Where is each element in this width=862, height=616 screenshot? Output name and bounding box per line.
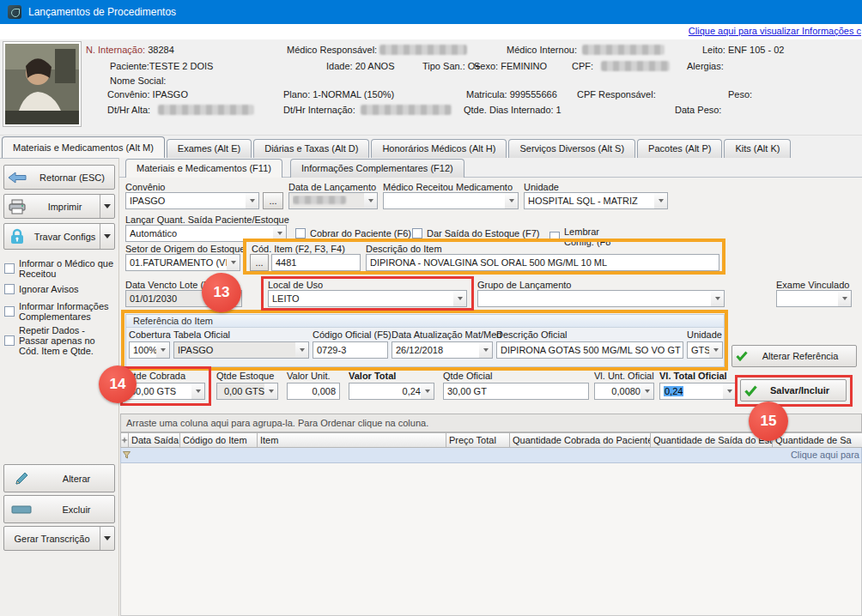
column-header-codigo-item[interactable]: Código do Item <box>180 432 258 448</box>
checkbox-repetir-dados[interactable]: Repetir Dados - Passar apenas no Cód. It… <box>4 325 114 356</box>
convenio-browse-button[interactable]: ... <box>263 192 283 209</box>
column-header-qtd-cobrada-paciente[interactable]: Quantidade Cobrada do Paciente <box>510 432 651 448</box>
qtde-dias-value: Qtde. Dias Internado: 1 <box>464 105 562 115</box>
tab-informacoes-f12[interactable]: Informações Complementares (F12) <box>290 159 464 178</box>
checkbox-icon <box>4 263 15 274</box>
checkbox-cobrar-paciente[interactable]: Cobrar do Paciente (F6) <box>295 228 411 239</box>
tab-servicos-diversos[interactable]: Serviços Diversos (Alt S) <box>508 139 635 158</box>
data-peso-label: Data Peso: <box>675 105 721 115</box>
alterar-referencia-button[interactable]: Alterar Referência <box>731 345 857 367</box>
chevron-down-icon <box>838 291 851 306</box>
qtde-estoque-label: Qtde Estoque <box>216 371 274 381</box>
imprimir-dropdown[interactable] <box>100 195 114 218</box>
valor-total-select[interactable]: 0,24 <box>349 383 434 400</box>
data-atualizacao-select[interactable]: 26/12/2018 <box>392 341 493 359</box>
excluir-button[interactable]: Excluir <box>3 495 115 523</box>
unidade-oficial-label: Unidade <box>687 329 722 340</box>
tab-exames[interactable]: Exames (Alt E) <box>167 139 252 158</box>
imprimir-button[interactable]: Imprimir <box>3 194 115 219</box>
printer-icon <box>4 199 30 214</box>
chevron-down-icon <box>104 536 111 541</box>
grid-header-row: Data Saída Código do Item Item Preço Tot… <box>120 432 862 448</box>
cod-item-input[interactable]: 4481 <box>271 254 361 271</box>
nome-social-label: Nome Social: <box>110 75 166 86</box>
data-vencto-lote-input[interactable]: 01/01/2030 <box>125 290 242 307</box>
alterar-label: Alterar <box>39 474 114 484</box>
tabela-oficial-select[interactable]: IPASGO <box>173 341 309 359</box>
travar-configs-button[interactable]: Travar Configs <box>3 223 115 250</box>
qtde-oficial-input[interactable]: 30,00 GT <box>443 383 589 400</box>
checkbox-ignorar-avisos[interactable]: Ignorar Avisos <box>4 284 116 294</box>
exame-vinculado-select[interactable] <box>776 290 852 307</box>
checkbox-lembrar-config[interactable]: Lembrar Config. (F8 <box>549 226 616 247</box>
tab-pacotes[interactable]: Pacotes (Alt P) <box>637 139 722 158</box>
convenio-select[interactable]: IPASGO <box>125 192 259 209</box>
column-header-data-saida[interactable]: Data Saída <box>129 432 180 448</box>
tab-materiais-medicamentos[interactable]: Materiais e Medicamentos (Alt M) <box>2 136 165 158</box>
check-icon <box>744 385 757 396</box>
grid-empty-area[interactable] <box>120 463 862 616</box>
cpf-responsavel-label: CPF Responsável: <box>577 89 656 100</box>
tab-kits[interactable]: Kits (Alt K) <box>724 139 791 158</box>
cod-item-label: Cód. Item (F2, F3, F4) <box>252 244 345 254</box>
internacao-number: N. Internação: 38284 <box>86 45 174 55</box>
checkbox-label: Informar o Médico que Receitou <box>19 258 116 279</box>
lancar-quant-select[interactable]: Automático <box>125 225 287 242</box>
qtde-cobrada-select[interactable]: 30,00 GTS <box>126 383 205 400</box>
column-header-preco-total[interactable]: Preço Total <box>446 432 510 448</box>
codigo-oficial-input[interactable]: 0729-3 <box>313 341 388 359</box>
back-arrow-icon <box>4 172 30 184</box>
cod-item-browse-button[interactable]: ... <box>250 254 269 271</box>
unidade-select[interactable]: HOSPITAL SQL - MATRIZ <box>524 192 668 209</box>
chevron-down-icon <box>227 255 240 270</box>
data-lancamento-select[interactable] <box>288 192 378 209</box>
travar-configs-dropdown[interactable] <box>100 224 114 249</box>
grupo-lancamento-select[interactable] <box>477 290 725 307</box>
tab-honorarios-medicos[interactable]: Honorários Médicos (Alt H) <box>371 139 507 158</box>
column-header-qtd-sa[interactable]: Quantidade de Sa <box>773 432 862 448</box>
visualizar-informacoes-link[interactable]: Clique aqui para visualizar Informações … <box>689 26 861 36</box>
salvar-incluir-button[interactable]: Salvar/Incluir <box>740 379 847 402</box>
medico-receitou-select[interactable] <box>383 192 519 209</box>
exame-vinculado-label: Exame Vinculado <box>776 280 849 290</box>
data-lancamento-label: Data de Lançamento <box>288 182 376 192</box>
retornar-button[interactable]: Retornar (ESC) <box>3 165 115 190</box>
alterar-button[interactable]: Alterar <box>3 464 115 492</box>
data-vencto-lote-label: Data Vencto Lote (F <box>125 280 209 290</box>
chevron-down-icon <box>246 193 258 208</box>
tab-diarias-taxas[interactable]: Diárias e Taxas (Alt D) <box>253 139 369 158</box>
checkbox-dar-saida[interactable]: Dar Saída do Estoque (F7) <box>412 228 539 239</box>
medico-responsavel-label: Médico Responsável: <box>287 45 377 55</box>
vl-total-oficial-select[interactable]: 0,24 <box>659 383 737 400</box>
descricao-item-input[interactable]: DIPIRONA - NOVALGINA SOL ORAL 500 MG/ML … <box>366 254 719 271</box>
column-header-qtd-saida-estoque[interactable]: Quantidade de Saída do Estoque <box>651 432 773 448</box>
local-uso-select[interactable]: LEITO <box>268 290 467 307</box>
vl-unt-oficial-select[interactable]: 0,0080 <box>594 383 654 400</box>
qtde-estoque-select[interactable]: 0,00 GTS <box>216 383 278 400</box>
column-header-item[interactable]: Item <box>258 432 446 448</box>
grid-indicator-header <box>120 432 129 448</box>
descricao-oficial-input[interactable]: DIPIRONA GOTAS 500 MG/ML SO VO GT <box>496 341 683 359</box>
checkbox-informar-medico[interactable]: Informar o Médico que Receitou <box>4 258 116 279</box>
qtde-cobrada-label: Qtde Cobrada <box>126 371 185 381</box>
chevron-down-icon <box>104 204 111 208</box>
unidade-oficial-select[interactable]: GTS <box>687 341 723 359</box>
retornar-label: Retornar (ESC) <box>30 172 114 183</box>
setor-origem-select[interactable]: 01.FATURAMENTO (VIR <box>125 254 240 271</box>
referencia-groupbox: Referência do Item <box>125 314 725 367</box>
lancamentos-window: Lançamentos de Procedimentos Clique aqui… <box>0 0 862 616</box>
cobertura-label: Cobertura <box>129 329 171 340</box>
valor-unit-input[interactable]: 0,008 <box>287 383 340 400</box>
medico-receitou-label: Médico Receitou Medicamento <box>383 182 513 192</box>
chevron-down-icon <box>654 193 667 208</box>
tab-materiais-f11[interactable]: Materiais e Medicamentos (F11) <box>125 159 282 178</box>
grid-filter-row[interactable]: Clique aqui para <box>120 448 862 463</box>
qtde-oficial-label: Qtde Oficial <box>443 371 492 381</box>
checkbox-informar-informacoes[interactable]: Informar Informações Complementares <box>4 301 118 322</box>
cobertura-select[interactable]: 100% <box>129 341 170 359</box>
gerar-transcricao-button[interactable]: Gerar Transcrição <box>3 526 115 551</box>
vl-total-oficial-label: Vl. Total Oficial <box>659 371 727 381</box>
unidade-label: Unidade <box>524 182 559 192</box>
gerar-transcricao-dropdown[interactable] <box>100 527 114 550</box>
grid-group-panel[interactable]: Arraste uma coluna aqui para agrupa-la. … <box>120 414 862 432</box>
